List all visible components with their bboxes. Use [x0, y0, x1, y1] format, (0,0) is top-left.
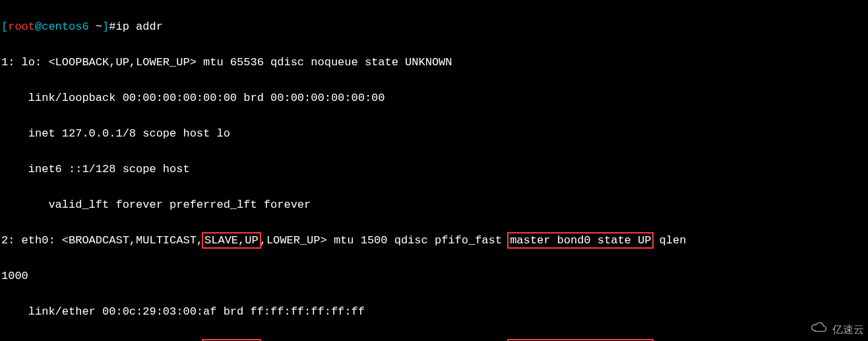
at: @	[35, 20, 42, 33]
watermark-text: 亿速云	[832, 321, 864, 338]
user: root	[8, 20, 35, 33]
host: centos6	[42, 20, 88, 33]
lo-inet: inet 127.0.0.1/8 scope host lo	[1, 125, 868, 142]
terminal[interactable]: [root@centos6 ~]#ip addr 1: lo: <LOOPBAC…	[0, 0, 868, 341]
highlight-box-slave-eth0: SLAVE,UP	[202, 232, 261, 249]
lo-valid: valid_lft forever preferred_lft forever	[1, 196, 868, 214]
lo-link: link/loopback 00:00:00:00:00:00 brd 00:0…	[1, 89, 868, 107]
watermark: 亿速云	[810, 321, 864, 338]
lo-inet6: inet6 ::1/128 scope host	[1, 160, 868, 178]
highlight-box-master-eth0: master bond0 state UP	[507, 232, 654, 249]
bracket-close: ]	[102, 20, 109, 33]
lo-header: 1: lo: <LOOPBACK,UP,LOWER_UP> mtu 65536 …	[1, 53, 868, 71]
prompt-line-1[interactable]: [root@centos6 ~]#ip addr	[1, 18, 868, 36]
eth0-mid: ,LOWER_UP> mtu 1500 qdisc pfifo_fast	[260, 234, 509, 247]
cloud-icon	[810, 321, 828, 338]
eth0-pre: 2: eth0: <BROADCAST,MULTICAST,	[1, 234, 203, 247]
eth0-link: link/ether 00:0c:29:03:00:af brd ff:ff:f…	[1, 303, 868, 321]
command: ip addr	[115, 20, 162, 33]
eth0-header: 2: eth0: <BROADCAST,MULTICAST,SLAVE,UP,L…	[1, 232, 868, 249]
path: ~	[89, 20, 102, 33]
eth0-wrap: 1000	[1, 267, 868, 285]
eth0-post: qlen	[652, 234, 686, 247]
sigil: #	[109, 20, 115, 33]
bracket-open: [	[1, 20, 8, 33]
eth1-header: 3: eth1: <BROADCAST,MULTICAST,SLAVE,UP,L…	[1, 338, 868, 341]
